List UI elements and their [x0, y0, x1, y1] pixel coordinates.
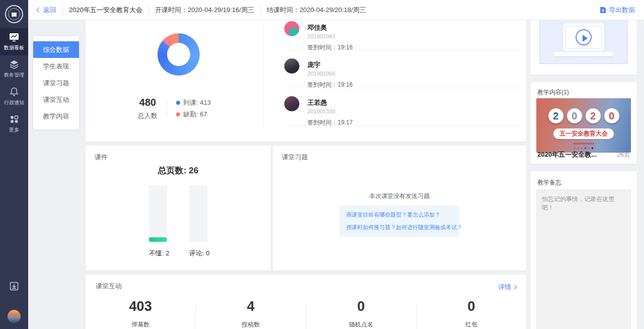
- faq-link-push-exercises[interactable]: 授课时如何推习题？如何进行随堂测验或考试？: [346, 221, 453, 234]
- sidebar-item-notice[interactable]: 行政通知: [0, 83, 28, 110]
- stat-label: 弹幕数: [86, 320, 195, 329]
- content-file-name: 2020年五一安全教...: [537, 150, 597, 159]
- thumbnail-banner: 五一安全教育大会: [553, 128, 614, 139]
- divider: [148, 7, 149, 14]
- laptop-base: [554, 52, 613, 56]
- end-time: 结课时间：2020-04-29/20:18/周三: [267, 6, 366, 15]
- year-digit: 2: [548, 108, 564, 123]
- video-placeholder: [539, 15, 628, 64]
- memo-textarea[interactable]: [536, 189, 631, 329]
- legend-item-absent: 缺勤: 67: [176, 110, 211, 119]
- sidebar-item-dashboard[interactable]: 数据看板: [0, 28, 28, 55]
- courseware-thumbnail[interactable]: 2 0 2 0 五一安全教育大会: [536, 98, 631, 153]
- sidebar-item-label: 行政通知: [1, 99, 27, 106]
- attendance-donut-chart: [157, 33, 200, 76]
- year-digit: 0: [604, 108, 619, 123]
- laptop-icon: [554, 23, 613, 56]
- bar-track: [149, 185, 167, 242]
- attendance-stats: 480 总人数 到课: 413 缺勤: 67: [86, 96, 263, 121]
- university-logo-icon: [5, 5, 23, 23]
- exercises-empty-text: 本次课堂没有发送习题: [273, 192, 526, 201]
- chevron-right-icon: [513, 285, 517, 289]
- student-list-item: 庞宇 201901056 签到时间：19:16: [284, 50, 522, 88]
- attendance-chart-panel: 480 总人数 到课: 413 缺勤: 67: [86, 20, 263, 142]
- bar-label: 评论: 0: [189, 249, 207, 258]
- memo-title: 教学备忘: [537, 178, 561, 187]
- bar-label: 不懂: 2: [149, 249, 167, 258]
- courseware-bar-fill: [149, 237, 167, 242]
- sidebar-item-management[interactable]: 教务管理: [0, 55, 28, 83]
- legend-dot-red: [176, 112, 180, 116]
- total-label: 总人数: [138, 111, 157, 120]
- start-time: 开课时间：2020-04-29/19:16/周三: [155, 6, 254, 15]
- detail-link[interactable]: 详情: [498, 283, 516, 292]
- interaction-stats: 403 弹幕数 4 投稿数 0 随机点名 0 红包: [86, 299, 526, 329]
- submenu-item-exercises[interactable]: 课堂习题: [33, 75, 79, 91]
- stat-value: 0: [306, 299, 416, 314]
- layers-icon: [9, 60, 19, 69]
- submenu-item-overview[interactable]: 综合数据: [33, 41, 79, 58]
- stat-value: 403: [86, 299, 195, 314]
- export-data-button[interactable]: 导出数据: [600, 6, 635, 15]
- student-id: 201901330: [307, 108, 522, 114]
- divider: [62, 7, 63, 14]
- back-label: 返回: [43, 6, 56, 15]
- topbar: 返回 2020年五一安全教育大会 开课时间：2020-04-29/19:16/周…: [28, 0, 644, 20]
- sidebar-bottom: [0, 281, 28, 329]
- courseware-card-title: 课件: [95, 153, 108, 162]
- faq-link-question-types[interactable]: 雨课堂目前有哪些题型？要怎么添加？: [346, 209, 453, 221]
- user-avatar[interactable]: [8, 310, 21, 323]
- download-icon[interactable]: [9, 281, 19, 293]
- student-name: 庞宇: [307, 60, 522, 70]
- sidebar-item-label: 教务管理: [1, 72, 27, 79]
- bar-track: [189, 185, 207, 242]
- divider: [167, 100, 167, 118]
- student-name: 邓佳奥: [307, 23, 522, 32]
- year-digit: 2: [586, 108, 601, 123]
- content-caption: 2020年五一安全教... 26页: [537, 150, 630, 159]
- student-name: 王若愚: [307, 98, 522, 107]
- sidebar-item-label: 更多: [1, 126, 27, 134]
- stat-value: 4: [196, 299, 305, 314]
- chevron-left-icon: [37, 8, 42, 13]
- student-list-item: 王若愚 201901330 签到时间：19:17: [284, 88, 522, 126]
- stat-red-packet: 0 红包: [417, 299, 526, 329]
- total-pages-text: 总页数: 26: [86, 165, 271, 176]
- logo-wrap: [0, 0, 28, 28]
- detail-label: 详情: [498, 283, 511, 292]
- sidebar-item-more[interactable]: 更多: [0, 110, 28, 138]
- student-avatar: [284, 21, 299, 36]
- stat-value: 0: [417, 299, 526, 314]
- play-button-icon[interactable]: [576, 29, 592, 45]
- stat-danmaku: 403 弹幕数: [86, 299, 195, 329]
- interaction-card-title: 课堂互动: [96, 282, 122, 291]
- total-block: 480 总人数: [138, 97, 157, 120]
- legend-dot-blue: [176, 101, 180, 105]
- export-label: 导出数据: [609, 6, 635, 15]
- content-pages-count: 26页: [617, 151, 630, 159]
- student-id: 201901056: [307, 71, 522, 77]
- stat-label: 随机点名: [306, 320, 416, 329]
- sidebar-item-label: 数据看板: [1, 44, 27, 51]
- submenu-item-content[interactable]: 教学内容: [33, 108, 79, 124]
- donut-hole: [167, 43, 190, 66]
- submenu-item-student-performance[interactable]: 学生表现: [33, 58, 79, 75]
- bar-column-confused: 不懂: 2: [149, 185, 167, 258]
- attendance-overview-card: 480 总人数 到课: 413 缺勤: 67 邓佳奥 201901043 签到时…: [86, 20, 526, 142]
- back-button[interactable]: 返回: [37, 6, 56, 15]
- stat-label: 投稿数: [196, 320, 305, 329]
- total-count: 480: [138, 97, 157, 108]
- exercises-card-title: 课堂习题: [282, 153, 308, 162]
- bar-column-comments: 评论: 0: [189, 185, 207, 258]
- dashboard-chart-icon: [9, 33, 19, 42]
- submenu-item-interaction[interactable]: 课堂互动: [33, 91, 79, 108]
- legend-item-attended: 到课: 413: [176, 98, 211, 107]
- divider: [260, 7, 261, 14]
- exercises-card: 课堂习题 本次课堂没有发送习题 雨课堂目前有哪些题型？要怎么添加？ 授课时如何推…: [273, 146, 526, 271]
- thumbnail-subtext: [573, 143, 594, 145]
- legend-label: 到课: 413: [183, 98, 211, 107]
- teaching-content-card: 教学内容(1) 2 0 2 0 五一安全教育大会 2020年五一安全教... 2…: [530, 82, 637, 164]
- bell-icon: [10, 87, 19, 97]
- student-list-item: 邓佳奥 201901043 签到时间：19:16: [284, 20, 522, 50]
- checkin-student-list: 邓佳奥 201901043 签到时间：19:16 庞宇 201901056 签到…: [263, 20, 526, 142]
